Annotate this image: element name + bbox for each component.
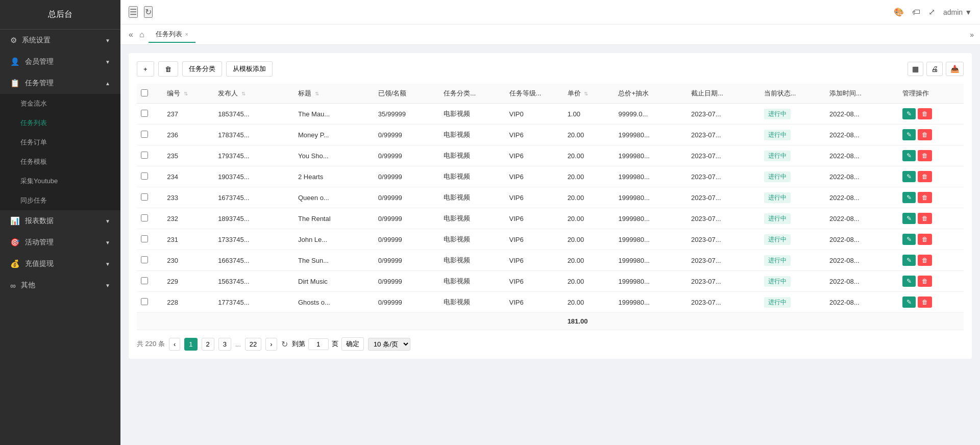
row-action: ✎ 🗑 <box>898 208 964 229</box>
export-button[interactable]: 📥 <box>946 62 964 76</box>
sidebar-label-other: 其他 <box>21 281 105 290</box>
tab-close-button[interactable]: × <box>185 31 188 37</box>
tab-more-button[interactable]: » <box>970 31 974 39</box>
topbar-right: 🎨 🏷 ⤢ admin ▼ <box>894 7 972 17</box>
sidebar-item-task[interactable]: 📋 任务管理 ▲ <box>0 72 120 94</box>
fullscreen-icon[interactable]: ⤢ <box>928 7 935 17</box>
pagination-refresh-button[interactable]: ↻ <box>281 339 288 349</box>
sidebar-sub-tasktemplate[interactable]: 任务模板 <box>0 152 120 171</box>
add-button[interactable]: + <box>137 61 154 77</box>
row-checkbox[interactable] <box>141 298 148 305</box>
tab-prev-button[interactable]: « <box>127 28 135 41</box>
col-title-header: 标题 ⇅ <box>294 84 374 104</box>
goto-input[interactable] <box>308 338 329 350</box>
tag-icon[interactable]: 🏷 <box>912 8 920 17</box>
select-all-checkbox[interactable] <box>141 89 148 96</box>
sidebar-sub-taskorder[interactable]: 任务订单 <box>0 133 120 152</box>
row-publisher: 1793745... <box>214 145 294 166</box>
sidebar: 总后台 ⚙ 系统设置 ▼ 👤 会员管理 ▼ 📋 任务管理 ▲ 资金流水 任务列表… <box>0 0 120 445</box>
sidebar-item-report[interactable]: 📊 报表数据 ▼ <box>0 210 120 232</box>
title-sort-icon[interactable]: ⇅ <box>315 91 319 96</box>
edit-button[interactable]: ✎ <box>902 171 916 182</box>
status-badge: 进行中 <box>764 255 791 266</box>
tab-tasklist[interactable]: 任务列表 × <box>149 27 195 43</box>
row-title: The Mau... <box>294 104 374 125</box>
row-checkbox[interactable] <box>141 152 148 159</box>
delete-row-button[interactable]: 🗑 <box>918 129 932 140</box>
row-publisher: 1663745... <box>214 250 294 271</box>
edit-button[interactable]: ✎ <box>902 234 916 245</box>
row-checkbox[interactable] <box>141 131 148 138</box>
delete-row-button[interactable]: 🗑 <box>918 213 932 224</box>
sidebar-sub-tasklist[interactable]: 任务列表 <box>0 113 120 133</box>
row-checkbox[interactable] <box>141 235 148 242</box>
page-1-button[interactable]: 1 <box>184 338 197 351</box>
edit-button[interactable]: ✎ <box>902 255 916 266</box>
sidebar-item-member[interactable]: 👤 会员管理 ▼ <box>0 51 120 72</box>
table-row: 233 1673745... Queen o... 0/99999 电影视频 V… <box>137 187 964 208</box>
page-2-button[interactable]: 2 <box>202 338 214 351</box>
edit-button[interactable]: ✎ <box>902 108 916 119</box>
sidebar-sub-capital[interactable]: 资金流水 <box>0 94 120 113</box>
delete-row-button[interactable]: 🗑 <box>918 234 932 245</box>
row-title: 2 Hearts <box>294 166 374 187</box>
color-icon[interactable]: 🎨 <box>894 7 904 17</box>
menu-toggle-button[interactable]: ☰ <box>129 6 138 18</box>
delete-row-button[interactable]: 🗑 <box>918 171 932 182</box>
sidebar-item-system[interactable]: ⚙ 系统设置 ▼ <box>0 30 120 51</box>
page-label: 页 <box>332 339 338 349</box>
row-check-cell <box>137 187 163 208</box>
delete-row-button[interactable]: 🗑 <box>918 296 932 308</box>
table-row: 229 1563745... Dirt Music 0/99999 电影视频 V… <box>137 271 964 292</box>
row-checkbox[interactable] <box>141 214 148 221</box>
next-page-button[interactable]: › <box>265 338 277 351</box>
delete-row-button[interactable]: 🗑 <box>918 108 932 119</box>
edit-button[interactable]: ✎ <box>902 129 916 140</box>
edit-button[interactable]: ✎ <box>902 296 916 308</box>
sidebar-item-other[interactable]: ∞ 其他 ▼ <box>0 275 120 296</box>
status-badge: 进行中 <box>764 171 791 182</box>
print-button[interactable]: 🖨 <box>926 62 943 76</box>
row-deadline: 2023-07... <box>687 250 760 271</box>
sidebar-sub-synctask[interactable]: 同步任务 <box>0 191 120 210</box>
sidebar-item-activity[interactable]: 🎯 活动管理 ▼ <box>0 232 120 253</box>
prev-page-button[interactable]: ‹ <box>169 338 180 351</box>
grid-view-button[interactable]: ▦ <box>908 62 923 76</box>
row-checkbox[interactable] <box>141 193 148 201</box>
per-page-select[interactable]: 10 条/页 20 条/页 50 条/页 <box>368 338 410 351</box>
delete-row-button[interactable]: 🗑 <box>918 192 932 203</box>
delete-row-button[interactable]: 🗑 <box>918 150 932 161</box>
row-addtime: 2022-08... <box>825 187 898 208</box>
sidebar-sub-youtube[interactable]: 采集Youtube <box>0 171 120 191</box>
row-checkbox[interactable] <box>141 172 148 180</box>
page-3-button[interactable]: 3 <box>218 338 231 351</box>
template-button[interactable]: 从模板添加 <box>226 61 273 77</box>
member-arrow: ▼ <box>105 59 110 65</box>
delete-row-button[interactable]: 🗑 <box>918 255 932 266</box>
refresh-button[interactable]: ↻ <box>144 6 153 18</box>
page-22-button[interactable]: 22 <box>245 338 261 351</box>
tab-home-button[interactable]: ⌂ <box>137 28 146 41</box>
row-total: 99999.0... <box>614 104 687 125</box>
edit-button[interactable]: ✎ <box>902 276 916 287</box>
publisher-sort-icon[interactable]: ⇅ <box>241 91 246 96</box>
row-checkbox[interactable] <box>141 256 148 263</box>
price-sort-icon[interactable]: ⇅ <box>584 91 588 96</box>
row-status: 进行中 <box>760 125 825 145</box>
category-button[interactable]: 任务分类 <box>182 61 222 77</box>
delete-button[interactable]: 🗑 <box>158 61 178 77</box>
row-checkbox[interactable] <box>141 110 148 117</box>
edit-button[interactable]: ✎ <box>902 192 916 203</box>
row-checkbox[interactable] <box>141 277 148 284</box>
row-deadline: 2023-07... <box>687 271 760 292</box>
admin-menu[interactable]: admin ▼ <box>943 8 972 16</box>
id-sort-icon[interactable]: ⇅ <box>184 91 188 96</box>
row-quota: 0/99999 <box>374 166 439 187</box>
sidebar-item-recharge[interactable]: 💰 充值提现 ▼ <box>0 253 120 275</box>
action-cell: ✎ 🗑 <box>902 150 960 161</box>
edit-button[interactable]: ✎ <box>902 213 916 224</box>
edit-button[interactable]: ✎ <box>902 150 916 161</box>
main-panel: + 🗑 任务分类 从模板添加 ▦ 🖨 📥 <box>129 53 972 359</box>
goto-confirm-button[interactable]: 确定 <box>341 337 364 351</box>
delete-row-button[interactable]: 🗑 <box>918 276 932 287</box>
